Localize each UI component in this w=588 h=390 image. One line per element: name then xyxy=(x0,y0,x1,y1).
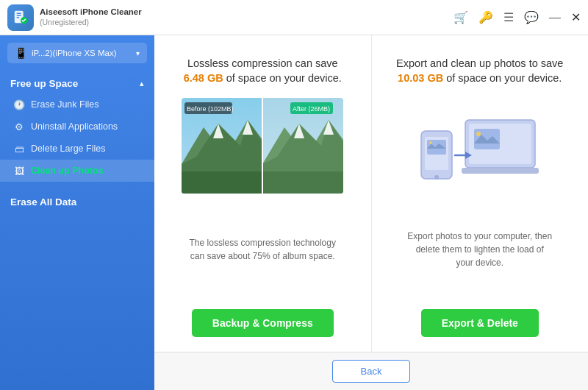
content-area: Lossless compression can save 6.48 GB of… xyxy=(154,35,588,390)
title-bar: Aiseesoft iPhone Cleaner (Unregistered) … xyxy=(0,0,588,35)
cleanup-photos-label: Clean up Photos xyxy=(31,166,104,176)
app-title-text: Aiseesoft iPhone Cleaner (Unregistered) xyxy=(40,7,453,28)
app-logo xyxy=(7,4,34,31)
svg-text:After (26MB): After (26MB) xyxy=(293,105,330,113)
sidebar-item-delete-large[interactable]: 🗃 Delete Large Files xyxy=(0,138,154,160)
bottom-bar: Back xyxy=(154,352,588,390)
cart-icon[interactable]: 🛒 xyxy=(453,10,468,24)
mountain-scene-svg: Before (102MB) After (26MB) xyxy=(182,98,343,194)
chevron-down-icon: ▾ xyxy=(136,49,140,57)
uninstall-label: Uninstall Applications xyxy=(31,121,118,132)
svg-point-28 xyxy=(476,132,481,136)
export-illustration xyxy=(414,98,546,194)
erase-junk-label: Erase Junk Files xyxy=(31,99,98,110)
erase-all-data-title: Erase All Data xyxy=(10,196,76,208)
svg-point-34 xyxy=(429,141,432,144)
gear-icon: ⚙ xyxy=(13,121,25,132)
export-svg xyxy=(414,98,546,194)
free-up-space-title: Free up Space xyxy=(10,78,78,89)
erase-all-data-section[interactable]: Erase All Data xyxy=(0,188,154,216)
before-after-image: Before (102MB) After (26MB) xyxy=(182,98,343,194)
back-button[interactable]: Back xyxy=(332,360,411,383)
svg-rect-1 xyxy=(17,13,21,13)
panels-row: Lossless compression can save 6.48 GB of… xyxy=(154,35,588,352)
key-icon[interactable]: 🔑 xyxy=(478,10,493,24)
free-up-space-section: Free up Space ▴ 🕐 Erase Junk Files ⚙ Uni… xyxy=(0,74,154,188)
sidebar-item-erase-junk[interactable]: 🕐 Erase Junk Files xyxy=(0,93,154,116)
svg-rect-29 xyxy=(462,168,539,174)
svg-rect-20 xyxy=(262,171,343,194)
device-name: iP...2)(iPhone XS Max) xyxy=(32,49,132,57)
right-panel-title: Export and clean up photos to save 10.03… xyxy=(390,56,571,86)
clock-icon: 🕐 xyxy=(13,99,25,110)
backup-compress-panel: Lossless compression can save 6.48 GB of… xyxy=(154,35,372,352)
photo-icon: 🖼 xyxy=(13,165,25,177)
delete-large-label: Delete Large Files xyxy=(31,143,105,154)
left-panel-title: Lossless compression can save 6.48 GB of… xyxy=(184,56,342,86)
chat-icon[interactable]: 💬 xyxy=(524,10,539,24)
sidebar: 📱 iP...2)(iPhone XS Max) ▾ Free up Space… xyxy=(0,35,154,390)
export-delete-button[interactable]: Export & Delete xyxy=(421,309,539,337)
svg-text:Before (102MB): Before (102MB) xyxy=(187,105,234,113)
file-icon: 🗃 xyxy=(13,143,25,155)
svg-rect-3 xyxy=(17,17,20,18)
title-controls: 🛒 🔑 ☰ 💬 — ✕ xyxy=(453,10,581,24)
sidebar-item-cleanup-photos[interactable]: 🖼 Clean up Photos xyxy=(0,160,154,182)
export-delete-panel: Export and clean up photos to save 10.03… xyxy=(372,35,589,352)
free-up-space-header[interactable]: Free up Space ▴ xyxy=(0,74,154,93)
main-layout: 📱 iP...2)(iPhone XS Max) ▾ Free up Space… xyxy=(0,35,588,390)
svg-rect-12 xyxy=(182,171,262,194)
section-chevron-icon: ▴ xyxy=(140,79,144,88)
sidebar-item-uninstall[interactable]: ⚙ Uninstall Applications xyxy=(0,116,154,138)
svg-rect-2 xyxy=(17,15,21,15)
close-icon[interactable]: ✕ xyxy=(571,10,581,24)
svg-point-35 xyxy=(434,175,439,180)
menu-icon[interactable]: ☰ xyxy=(503,10,514,24)
device-selector[interactable]: 📱 iP...2)(iPhone XS Max) ▾ xyxy=(7,43,147,63)
right-panel-description: Export photos to your computer, then del… xyxy=(406,204,553,296)
phone-icon: 📱 xyxy=(15,47,27,59)
minimize-icon[interactable]: — xyxy=(549,11,561,24)
left-panel-description: The lossless compression technology can … xyxy=(189,204,336,296)
backup-compress-button[interactable]: Backup & Compress xyxy=(192,309,334,337)
